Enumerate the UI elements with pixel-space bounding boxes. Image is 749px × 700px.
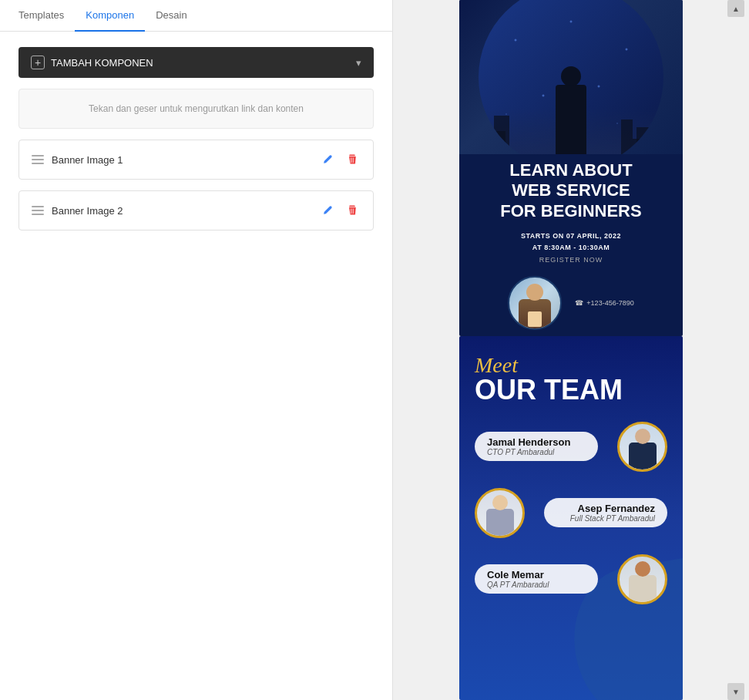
banner-item-1-label: Banner Image 1 [52, 154, 123, 166]
tab-desain[interactable]: Desain [145, 0, 197, 32]
preview-card-team: Meet OUR TEAM Jamal Henderson CTO PT Amb… [459, 336, 683, 700]
left-panel: Templates Komponen Desain + TAMBAH KOMPO… [0, 0, 393, 700]
webservice-text-area: LEARN ABOUT WEB SERVICE FOR BEGINNERS ST… [485, 154, 657, 336]
webservice-bottom: ☎ +123-456-7890 [500, 276, 641, 330]
team-member-1-role: CTO PT Ambaradul [487, 448, 554, 456]
team-member-3-name: Cole Memar [487, 569, 544, 581]
edit-icon-2 [321, 204, 334, 217]
team-member-3-role: QA PT Ambaradul [487, 581, 549, 589]
team-title-area: Meet OUR TEAM [475, 355, 667, 404]
webservice-register: REGISTER NOW [539, 256, 603, 264]
team-member-3: Cole Memar QA PT Ambaradul [475, 552, 667, 606]
drag-hint-text: Tekan dan geser untuk mengurutkan link d… [18, 89, 374, 129]
edit-banner-1-button[interactable] [319, 151, 336, 168]
webservice-title: LEARN ABOUT WEB SERVICE FOR BEGINNERS [500, 160, 641, 221]
drag-handle-1[interactable] [32, 155, 44, 164]
speaker-photo [508, 276, 562, 330]
right-panel[interactable]: ▲ [393, 0, 749, 700]
tab-komponen[interactable]: Komponen [75, 0, 145, 32]
team-member-2-info: Asep Fernandez Full Stack PT Ambaradul [544, 498, 667, 527]
team-member-3-info: Cole Memar QA PT Ambaradul [475, 564, 598, 594]
banner-item-1: Banner Image 1 [18, 140, 374, 180]
webservice-time: AT 8:30AM - 10:30AM [532, 242, 610, 253]
phone-icon: ☎ [575, 299, 583, 307]
team-member-2-role: Full Stack PT Ambaradul [570, 514, 655, 523]
card-webservice-content: LEARN ABOUT WEB SERVICE FOR BEGINNERS ST… [459, 0, 683, 336]
add-square-icon: + [31, 56, 45, 69]
delete-banner-2-button[interactable] [344, 202, 361, 219]
team-member-1-info: Jamal Henderson CTO PT Ambaradul [475, 432, 598, 461]
banner-item-2: Banner Image 2 [18, 190, 374, 231]
edit-banner-2-button[interactable] [319, 202, 336, 219]
panel-content: + TAMBAH KOMPONEN ▾ Tekan dan geser untu… [0, 32, 392, 246]
team-member-3-photo [617, 554, 667, 604]
team-member-1-photo [617, 422, 667, 472]
team-meet-label: Meet [475, 355, 667, 376]
scroll-down-icon: ▼ [732, 688, 740, 696]
team-member-2-photo [475, 488, 525, 538]
delete-banner-1-button[interactable] [344, 151, 361, 168]
tab-templates[interactable]: Templates [8, 0, 75, 32]
drag-handle-2[interactable] [32, 206, 44, 215]
edit-icon [321, 153, 334, 166]
add-component-button[interactable]: + TAMBAH KOMPONEN ▾ [18, 47, 374, 78]
team-member-2: Asep Fernandez Full Stack PT Ambaradul [475, 486, 667, 540]
webservice-starts: STARTS ON 07 APRIL, 2022 [521, 231, 621, 241]
card-team-content: Meet OUR TEAM Jamal Henderson CTO PT Amb… [459, 336, 683, 700]
add-component-label: TAMBAH KOMPONEN [51, 57, 153, 69]
scroll-down-button[interactable]: ▼ [727, 683, 744, 700]
preview-card-webservice: LEARN ABOUT WEB SERVICE FOR BEGINNERS ST… [459, 0, 683, 336]
team-member-2-name: Asep Fernandez [578, 503, 655, 514]
team-member-1: Jamal Henderson CTO PT Ambaradul [475, 419, 667, 473]
delete-icon [346, 153, 358, 166]
team-member-1-name: Jamal Henderson [487, 436, 570, 448]
scroll-up-button[interactable]: ▲ [727, 0, 744, 17]
banner-item-2-label: Banner Image 2 [52, 205, 123, 217]
tab-bar: Templates Komponen Desain [0, 0, 392, 32]
webservice-phone: ☎ +123-456-7890 [575, 299, 633, 307]
team-our-team-label: OUR TEAM [475, 376, 667, 404]
delete-icon-2 [346, 204, 358, 217]
chevron-down-icon: ▾ [356, 57, 361, 69]
team-members-list: Jamal Henderson CTO PT Ambaradul [475, 419, 667, 606]
scroll-up-icon: ▲ [732, 5, 740, 13]
